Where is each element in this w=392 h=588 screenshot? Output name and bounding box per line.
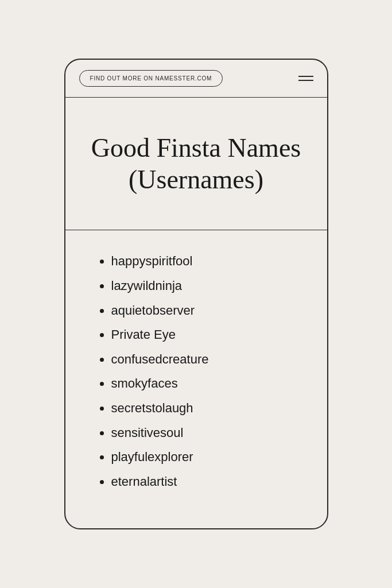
- list-item: secretstolaugh: [111, 400, 298, 417]
- navbar: FIND OUT MORE ON NAMESSTER.COM: [65, 60, 327, 98]
- hamburger-menu-icon[interactable]: [298, 76, 313, 81]
- list-item: sensitivesoul: [111, 425, 298, 442]
- list-section: happyspiritfoollazywildninjaaquietobserv…: [65, 230, 327, 527]
- namesster-link-button[interactable]: FIND OUT MORE ON NAMESSTER.COM: [79, 70, 223, 87]
- names-list: happyspiritfoollazywildninjaaquietobserv…: [100, 253, 298, 490]
- list-item: eternalartist: [111, 474, 298, 490]
- list-item: playfulexplorer: [111, 449, 298, 466]
- list-item: Private Eye: [111, 327, 298, 343]
- list-item: aquietobserver: [111, 303, 298, 319]
- list-item: lazywildninja: [111, 278, 298, 295]
- hamburger-line-2: [298, 80, 313, 81]
- list-item: happyspiritfool: [111, 253, 298, 270]
- list-item: smokyfaces: [111, 376, 298, 392]
- phone-frame: FIND OUT MORE ON NAMESSTER.COM Good Fins…: [64, 59, 328, 529]
- list-item: confusedcreature: [111, 351, 298, 368]
- page-title: Good Finsta Names (Usernames): [88, 132, 304, 195]
- hamburger-line-1: [298, 76, 313, 77]
- hero-section: Good Finsta Names (Usernames): [65, 98, 327, 230]
